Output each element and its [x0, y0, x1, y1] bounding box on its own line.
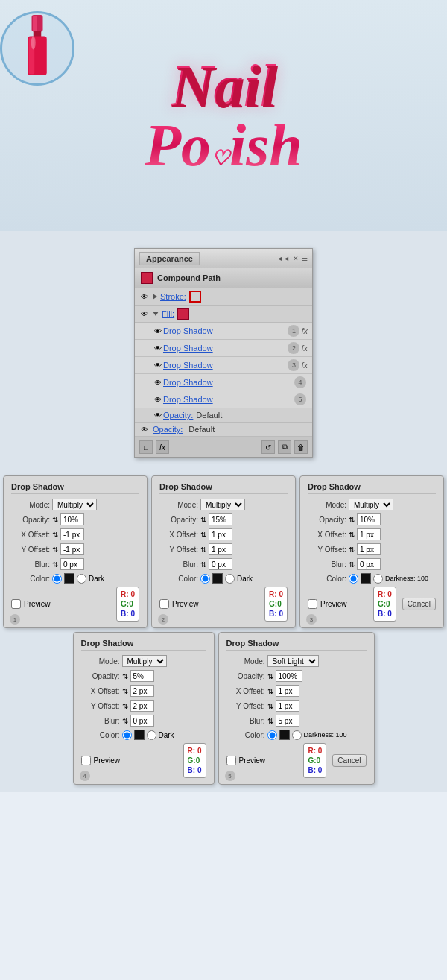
- dialog-3-yoffset-spinner[interactable]: ⇅: [349, 546, 355, 554]
- dialog-2-yoffset-spinner[interactable]: ⇅: [200, 546, 206, 554]
- dialog-2-opacity-spinner[interactable]: ⇅: [200, 516, 206, 524]
- dialog-5-xoffset-spinner[interactable]: ⇅: [267, 687, 273, 695]
- dialog-5-blur-input[interactable]: [276, 715, 299, 727]
- dialog-1-opacity-input[interactable]: [60, 513, 84, 525]
- ds1-visibility-eye[interactable]: 👁: [153, 327, 163, 335]
- panel-collapse-btn[interactable]: ◄◄: [276, 255, 290, 262]
- opacity-inner-label[interactable]: Opacity:: [163, 411, 193, 420]
- ds3-visibility-eye[interactable]: 👁: [153, 361, 163, 369]
- dialog-1-color-swatch[interactable]: [64, 573, 74, 584]
- fill-visibility-eye[interactable]: 👁: [139, 310, 150, 317]
- ds3-label[interactable]: Drop Shadow: [163, 361, 288, 370]
- dialog-1-xoffset-input[interactable]: [60, 528, 84, 540]
- dialog-1-yoffset-input[interactable]: [60, 543, 84, 555]
- opacity-outer-eye[interactable]: 👁: [139, 426, 150, 433]
- footer-add-icon[interactable]: □: [139, 440, 153, 454]
- dialog-5-opacity-spinner[interactable]: ⇅: [267, 672, 273, 680]
- dialog-2-preview-checkbox[interactable]: [159, 599, 169, 609]
- opacity-inner-eye[interactable]: 👁: [153, 411, 163, 419]
- footer-reset-icon[interactable]: ↺: [261, 440, 275, 454]
- dialog-4-mode-select[interactable]: Multiply: [122, 655, 167, 667]
- dialog-4-dark-radio[interactable]: [147, 730, 156, 740]
- dialog-3-opacity-spinner[interactable]: ⇅: [349, 516, 355, 524]
- dialog-2-xoffset-input[interactable]: [209, 528, 232, 540]
- dialog-4-yoffset-spinner[interactable]: ⇅: [122, 702, 128, 710]
- opacity-outer-label[interactable]: Opacity:: [153, 425, 183, 434]
- ds1-label[interactable]: Drop Shadow: [163, 326, 288, 335]
- dialog-1-preview-checkbox[interactable]: [11, 599, 21, 609]
- dialog-2-color-swatch[interactable]: [212, 573, 223, 584]
- dialog-1-xoffset-spinner[interactable]: ⇅: [52, 531, 58, 539]
- stroke-label[interactable]: Stroke:: [160, 292, 186, 301]
- fill-label[interactable]: Fill:: [162, 309, 174, 318]
- dialog-2-xoffset-spinner[interactable]: ⇅: [200, 531, 206, 539]
- dialog-1-color-radio[interactable]: [52, 574, 62, 584]
- dialog-3-xoffset-input[interactable]: [357, 528, 381, 540]
- fill-expand-triangle[interactable]: [153, 312, 159, 316]
- footer-fx-icon[interactable]: fx: [156, 440, 169, 454]
- dialog-2-blur-input[interactable]: [209, 558, 232, 570]
- dialog-1-opacity-spinner[interactable]: ⇅: [52, 516, 58, 524]
- dialog-3-color-radio[interactable]: [349, 574, 358, 584]
- fill-color-swatch[interactable]: [177, 308, 189, 320]
- dialog-4-opacity-input[interactable]: [130, 670, 154, 682]
- ds3-fx[interactable]: fx: [301, 361, 308, 370]
- dialog-3-yoffset-input[interactable]: [357, 543, 381, 555]
- ds1-fx[interactable]: fx: [301, 326, 308, 335]
- dialog-4-blur-spinner[interactable]: ⇅: [122, 717, 128, 725]
- panel-menu-btn[interactable]: ☰: [302, 255, 308, 262]
- dialog-3-mode-select[interactable]: Multiply: [349, 499, 393, 510]
- dialog-2-mode-select[interactable]: Multiply: [200, 499, 245, 510]
- dialog-4-xoffset-spinner[interactable]: ⇅: [122, 687, 128, 695]
- stroke-expand-triangle[interactable]: [153, 294, 157, 300]
- dialog-3-xoffset-spinner[interactable]: ⇅: [349, 531, 355, 539]
- ds5-visibility-eye[interactable]: 👁: [153, 396, 163, 403]
- dialog-5-mode-select[interactable]: Soft Light: [267, 655, 319, 667]
- dialog-2-opacity-input[interactable]: [209, 513, 232, 525]
- dialog-4-blur-input[interactable]: [130, 715, 154, 727]
- dialog-4-opacity-spinner[interactable]: ⇅: [122, 672, 128, 680]
- dialog-1-mode-select[interactable]: Multiply: [52, 499, 97, 510]
- footer-copy-icon[interactable]: ⧉: [278, 440, 291, 454]
- panel-close-btn[interactable]: ✕: [293, 255, 299, 262]
- dialog-3-cancel-button[interactable]: Cancel: [402, 598, 436, 610]
- dialog-2-blur-spinner[interactable]: ⇅: [200, 560, 206, 569]
- dialog-3-color-swatch[interactable]: [361, 573, 371, 584]
- stroke-color-swatch[interactable]: [189, 291, 201, 303]
- panel-title-tab[interactable]: Appearance: [139, 252, 200, 265]
- dialog-1-dark-radio[interactable]: [77, 574, 86, 584]
- dialog-2-color-radio[interactable]: [200, 574, 210, 584]
- ds5-label[interactable]: Drop Shadow: [163, 395, 294, 404]
- dialog-3-opacity-input[interactable]: [357, 513, 381, 525]
- dialog-5-opacity-input[interactable]: [276, 670, 302, 682]
- dialog-5-yoffset-input[interactable]: [276, 700, 299, 712]
- dialog-5-yoffset-spinner[interactable]: ⇅: [267, 702, 273, 710]
- dialog-5-cancel-button[interactable]: Cancel: [332, 754, 366, 767]
- dialog-4-xoffset-input[interactable]: [130, 685, 154, 697]
- dialog-5-color-radio[interactable]: [267, 730, 277, 740]
- stroke-visibility-eye[interactable]: 👁: [139, 293, 150, 300]
- dialog-2-yoffset-input[interactable]: [209, 543, 232, 555]
- dialog-5-preview-checkbox[interactable]: [226, 756, 236, 765]
- dialog-4-yoffset-input[interactable]: [130, 700, 154, 712]
- dialog-5-dark-radio[interactable]: [292, 730, 302, 740]
- dialog-4-preview-checkbox[interactable]: [81, 756, 91, 765]
- dialog-3-preview-checkbox[interactable]: [308, 599, 317, 609]
- ds2-fx[interactable]: fx: [301, 344, 308, 353]
- dialog-3-blur-spinner[interactable]: ⇅: [349, 560, 355, 569]
- dialog-3-dark-radio[interactable]: [373, 574, 383, 584]
- dialog-5-blur-spinner[interactable]: ⇅: [267, 717, 273, 725]
- ds2-label[interactable]: Drop Shadow: [163, 344, 288, 353]
- dialog-5-xoffset-input[interactable]: [276, 685, 299, 697]
- ds4-label[interactable]: Drop Shadow: [163, 378, 294, 387]
- dialog-1-blur-input[interactable]: [60, 558, 84, 570]
- dialog-2-dark-radio[interactable]: [225, 574, 235, 584]
- ds4-visibility-eye[interactable]: 👁: [153, 379, 163, 386]
- footer-delete-icon[interactable]: 🗑: [294, 440, 308, 454]
- dialog-3-blur-input[interactable]: [357, 558, 381, 570]
- dialog-1-blur-spinner[interactable]: ⇅: [52, 560, 58, 569]
- dialog-4-color-radio[interactable]: [122, 730, 132, 740]
- dialog-4-color-swatch[interactable]: [134, 730, 145, 740]
- ds2-visibility-eye[interactable]: 👁: [153, 344, 163, 352]
- dialog-5-color-swatch[interactable]: [279, 730, 290, 740]
